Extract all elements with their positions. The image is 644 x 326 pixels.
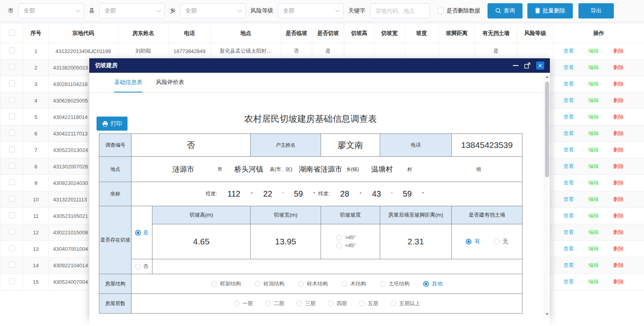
edit-link[interactable]: 编辑 xyxy=(588,196,599,203)
view-link[interactable]: 查看 xyxy=(564,97,574,104)
view-link[interactable]: 查看 xyxy=(564,80,574,88)
view-link[interactable]: 查看 xyxy=(564,278,574,285)
delete-link[interactable]: 删除 xyxy=(613,113,624,121)
keyword-input[interactable] xyxy=(370,3,430,18)
radio-option[interactable]: 四层 xyxy=(328,300,347,307)
edit-link[interactable]: 编辑 xyxy=(588,130,599,137)
delete-link[interactable]: 删除 xyxy=(613,212,624,219)
row-checkbox[interactable] xyxy=(9,212,15,218)
scrollbar-thumb[interactable] xyxy=(545,82,549,177)
view-link[interactable]: 查看 xyxy=(564,113,574,121)
row-checkbox[interactable] xyxy=(9,146,15,152)
view-link[interactable]: 查看 xyxy=(564,146,574,154)
radio-option[interactable]: 砖木结构 xyxy=(298,280,328,287)
delete-link[interactable]: 删除 xyxy=(613,97,624,104)
tab-basic-info[interactable]: 基础信息表 xyxy=(114,79,142,92)
row-checkbox[interactable] xyxy=(9,262,15,268)
row-checkbox[interactable] xyxy=(9,278,15,284)
delete-link[interactable]: 删除 xyxy=(613,80,624,88)
view-link[interactable]: 查看 xyxy=(564,212,574,219)
radio-option[interactable]: 框架结构 xyxy=(211,280,241,287)
edit-link[interactable]: 编辑 xyxy=(588,146,599,154)
radio-option[interactable]: 三层 xyxy=(296,300,316,307)
row-checkbox[interactable] xyxy=(9,229,15,235)
maximize-icon[interactable] xyxy=(524,62,531,69)
view-link[interactable]: 查看 xyxy=(564,245,574,252)
cut-exist-yes-option[interactable]: 是 xyxy=(132,206,152,259)
edit-link[interactable]: 编辑 xyxy=(588,163,599,170)
delete-link[interactable]: 删除 xyxy=(613,245,624,252)
row-checkbox[interactable] xyxy=(9,245,15,251)
city-select[interactable]: 全部 xyxy=(19,3,84,18)
view-link[interactable]: 查看 xyxy=(564,196,574,203)
deleted-data-checkbox[interactable] xyxy=(438,8,444,14)
delete-link[interactable]: 删除 xyxy=(613,262,624,269)
delete-link[interactable]: 删除 xyxy=(613,196,624,203)
edit-link[interactable]: 编辑 xyxy=(588,278,599,285)
radio-option[interactable]: 木结构 xyxy=(342,280,366,287)
view-link[interactable]: 查看 xyxy=(564,262,574,269)
edit-link[interactable]: 编辑 xyxy=(588,262,599,269)
delete-link[interactable]: 删除 xyxy=(613,278,624,285)
edit-link[interactable]: 编辑 xyxy=(588,113,599,121)
radio-option[interactable]: 五层以上 xyxy=(391,300,420,307)
edit-link[interactable]: 编辑 xyxy=(588,80,599,88)
delete-link[interactable]: 删除 xyxy=(613,179,624,187)
select-all-checkbox[interactable] xyxy=(9,30,15,36)
modal-scrollbar[interactable] xyxy=(544,73,550,318)
view-link[interactable]: 查看 xyxy=(564,229,574,236)
row-checkbox[interactable] xyxy=(9,64,15,70)
edit-link[interactable]: 编辑 xyxy=(588,64,599,71)
row-checkbox[interactable] xyxy=(9,113,15,119)
wall-yes-option[interactable]: 有 xyxy=(466,238,480,245)
row-checkbox[interactable] xyxy=(9,163,15,169)
slope-gt45-option[interactable]: >45° xyxy=(336,235,356,240)
delete-link[interactable]: 删除 xyxy=(613,163,624,170)
county-select[interactable]: 全部 xyxy=(99,3,165,18)
query-button[interactable]: 查询 xyxy=(488,3,523,18)
edit-link[interactable]: 编辑 xyxy=(588,229,599,236)
view-link[interactable]: 查看 xyxy=(564,163,574,170)
edit-link[interactable]: 编辑 xyxy=(588,245,599,252)
risk-select[interactable]: 全部 xyxy=(278,3,344,18)
row-checkbox[interactable] xyxy=(9,196,15,202)
export-button[interactable]: 导出 xyxy=(578,3,614,18)
row-checkbox[interactable] xyxy=(9,47,15,53)
radio-option[interactable]: 土坯结构 xyxy=(380,280,409,287)
row-checkbox[interactable] xyxy=(9,80,15,86)
tab-risk-evaluation[interactable]: 风险评价表 xyxy=(156,79,184,92)
township-select[interactable]: 全部 xyxy=(180,3,246,18)
row-checkbox[interactable] xyxy=(9,179,15,185)
view-link[interactable]: 查看 xyxy=(564,47,574,55)
radio-option[interactable]: 其他 xyxy=(423,280,442,287)
edit-link[interactable]: 编辑 xyxy=(588,179,599,187)
delete-link[interactable]: 删除 xyxy=(613,130,624,137)
scroll-up-icon[interactable] xyxy=(545,76,549,78)
delete-link[interactable]: 删除 xyxy=(613,229,624,236)
delete-link[interactable]: 删除 xyxy=(613,146,624,154)
radio-option[interactable]: 二层 xyxy=(265,300,284,307)
view-link[interactable]: 查看 xyxy=(564,179,574,187)
row-checkbox[interactable] xyxy=(9,97,15,103)
minimize-icon[interactable] xyxy=(513,65,518,66)
edit-link[interactable]: 编辑 xyxy=(588,212,599,219)
edit-link[interactable]: 编辑 xyxy=(588,97,599,104)
radio-option[interactable]: 五层 xyxy=(359,300,379,307)
delete-link[interactable]: 删除 xyxy=(613,47,624,55)
cut-exist-no-option[interactable]: 否 xyxy=(132,259,152,274)
row-checkbox[interactable] xyxy=(9,130,15,136)
edit-link[interactable]: 编辑 xyxy=(588,47,599,55)
wall-no-option[interactable]: 无 xyxy=(494,238,508,245)
view-link[interactable]: 查看 xyxy=(564,64,574,71)
county-select-value: 全部 xyxy=(105,7,116,14)
delete-link[interactable]: 删除 xyxy=(613,64,624,71)
slope-lt45-option[interactable]: <45° xyxy=(336,243,356,248)
batch-delete-button[interactable]: 批量删除 xyxy=(527,3,573,18)
radio-option[interactable]: 一层 xyxy=(234,300,253,307)
radio-option[interactable]: 砖混结构 xyxy=(255,280,284,287)
close-icon[interactable]: ✕ xyxy=(536,62,544,70)
print-button[interactable]: 打印 xyxy=(97,117,128,131)
radio-icon xyxy=(211,281,217,287)
view-link[interactable]: 查看 xyxy=(564,130,574,137)
scroll-down-icon[interactable] xyxy=(545,313,549,316)
